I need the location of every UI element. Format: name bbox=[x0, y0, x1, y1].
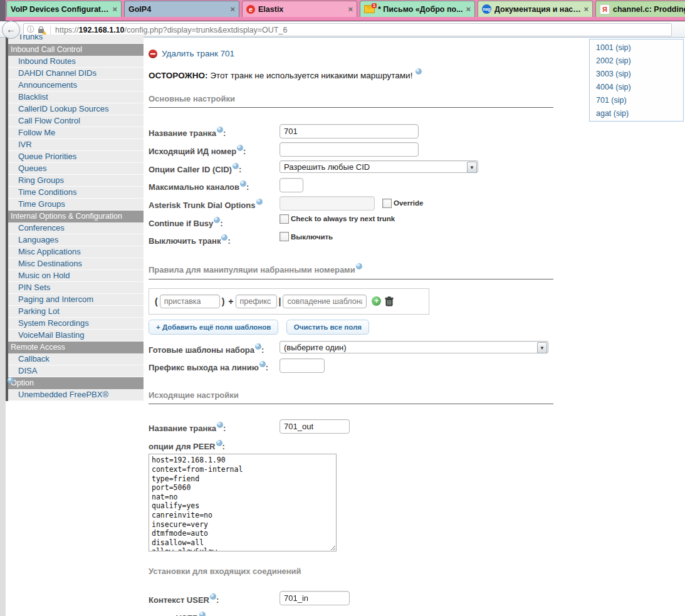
sidebar-item-queue-priorities[interactable]: Queue Priorities bbox=[8, 151, 144, 163]
sidebar-item-announcements[interactable]: Announcements bbox=[8, 80, 144, 91]
extensions-panel: 1001 (sip)2002 (sip)3003 (sip)4004 (sip)… bbox=[589, 39, 684, 122]
sidebar-item-voicemail-blasting[interactable]: VoiceMail Blasting bbox=[8, 330, 144, 342]
tab-close-icon[interactable]: × bbox=[112, 6, 117, 13]
help-icon[interactable] bbox=[214, 217, 220, 223]
sidebar-item-languages[interactable]: Languages bbox=[8, 234, 144, 246]
help-icon[interactable] bbox=[237, 145, 243, 151]
extension-link-1001-sip[interactable]: 1001 (sip) bbox=[590, 41, 683, 54]
browser-tab-channel-c-prodding[interactable]: Яchannel.c: Prodding× bbox=[595, 1, 685, 17]
sidebar-item-parking-lot[interactable]: Parking Lot bbox=[8, 306, 144, 318]
outbound-cid-label: Исходящий ИД номер: bbox=[149, 142, 280, 156]
extension-link-701-sip[interactable]: 701 (sip) bbox=[590, 93, 683, 107]
help-icon[interactable] bbox=[216, 440, 222, 446]
sidebar-item-paging-and-intercom[interactable]: Paging and Intercom bbox=[8, 294, 144, 306]
add-rule-icon[interactable]: + bbox=[372, 296, 381, 306]
sidebar-item-queues[interactable]: Queues bbox=[8, 163, 144, 175]
extension-link-3003-sip[interactable]: 3003 (sip) bbox=[590, 67, 683, 80]
tab-close-icon[interactable]: × bbox=[466, 6, 471, 13]
sidebar-item-unembedded-freepbx®[interactable]: Unembedded FreePBX® bbox=[8, 389, 144, 401]
help-icon[interactable] bbox=[210, 593, 216, 600]
sidebar-item-music-on-hold[interactable]: Music on Hold bbox=[8, 270, 144, 282]
sidebar-header-inbound-call-control: Inbound Call Control bbox=[8, 44, 144, 56]
tab-close-icon[interactable]: × bbox=[583, 6, 588, 13]
max-channels-label: Максимально каналов: bbox=[149, 178, 280, 192]
extension-link-4004-sip[interactable]: 4004 (sip) bbox=[590, 80, 683, 93]
sidebar-item-disa[interactable]: DISA bbox=[8, 365, 144, 377]
disable-trunk-label: Выключить транк: bbox=[149, 232, 280, 246]
sidebar-item-misc-applications[interactable]: Misc Applications bbox=[8, 246, 144, 258]
trash-icon[interactable] bbox=[385, 296, 394, 306]
override-checkbox[interactable] bbox=[382, 199, 392, 208]
sidebar-help-icon[interactable] bbox=[8, 377, 14, 384]
help-icon[interactable] bbox=[217, 422, 223, 428]
dial-templates-select[interactable]: (выберите один) ▼ bbox=[280, 341, 548, 353]
sidebar-header-internal-options-configuration: Internal Options & Configuration bbox=[8, 211, 144, 222]
sidebar-item-ivr[interactable]: IVR bbox=[8, 139, 144, 151]
line-prefix-input[interactable] bbox=[280, 358, 325, 373]
extension-link-2002-sip[interactable]: 2002 (sip) bbox=[590, 54, 683, 67]
sidebar-item-trunks[interactable]: Trunks bbox=[8, 34, 144, 44]
line-prefix-label: Префикс выхода на линию: bbox=[149, 358, 280, 372]
help-icon[interactable] bbox=[255, 343, 261, 350]
continue-if-busy-checkbox[interactable] bbox=[280, 214, 289, 224]
help-icon[interactable] bbox=[356, 263, 362, 269]
add-pattern-fields-button[interactable]: + Добавить ещё поля шаблонов bbox=[149, 320, 278, 335]
outgoing-trunk-name-input[interactable] bbox=[280, 419, 350, 434]
sidebar-item-ring-groups[interactable]: Ring Groups bbox=[8, 175, 144, 187]
sidebar-item-callerid-lookup-sources[interactable]: CallerID Lookup Sources bbox=[8, 103, 144, 115]
sidebar-item-call-flow-control[interactable]: Call Flow Control bbox=[8, 115, 144, 127]
window-edge bbox=[0, 0, 6, 21]
tab-close-icon[interactable]: × bbox=[230, 6, 235, 13]
sidebar-item-conferences[interactable]: Conferences bbox=[8, 222, 144, 234]
tab-label: Документация и наст... bbox=[494, 5, 581, 14]
browser-tab-документация-и-наст[interactable]: nagДокументация и наст...× bbox=[478, 1, 593, 17]
extension-link-agat-sip[interactable]: agat (sip) bbox=[590, 107, 683, 120]
sidebar-item-system-recordings[interactable]: System Recordings bbox=[8, 318, 144, 330]
paren-open: ( bbox=[155, 296, 158, 306]
sidebar-item-dahdi-channel-dids[interactable]: DAHDI Channel DIDs bbox=[8, 68, 144, 80]
sidebar-item-blacklist[interactable]: Blacklist bbox=[8, 91, 144, 103]
page-info-icon[interactable]: ⓘ bbox=[27, 24, 34, 35]
dial-options-input[interactable] bbox=[280, 196, 375, 211]
help-icon[interactable] bbox=[256, 199, 263, 205]
dial-rule-prefix-input[interactable] bbox=[236, 295, 277, 308]
clear-all-fields-button[interactable]: Очистить все поля bbox=[286, 320, 369, 335]
help-icon[interactable] bbox=[199, 612, 206, 616]
browser-tab-goip4[interactable]: GoIP4× bbox=[124, 1, 239, 17]
back-button[interactable]: ← bbox=[2, 21, 20, 39]
cid-options-label: Опции Caller ID (CID): bbox=[149, 160, 280, 174]
sidebar-item-callback[interactable]: Callback bbox=[8, 353, 144, 365]
peer-details-textarea[interactable]: host=192.168.1.90 context=from-internal … bbox=[149, 454, 337, 551]
delete-trunk-link[interactable]: Удалить транк 701 bbox=[162, 49, 234, 58]
override-checkbox-label: Override bbox=[394, 199, 423, 207]
help-icon[interactable] bbox=[221, 234, 227, 241]
max-channels-input[interactable] bbox=[280, 178, 303, 192]
dial-options-label: Asterisk Trunk Dial Options bbox=[149, 196, 280, 210]
sidebar-item-inbound-routes[interactable]: Inbound Routes bbox=[8, 56, 144, 68]
sidebar-item-misc-destinations[interactable]: Misc Destinations bbox=[8, 258, 144, 270]
help-icon[interactable] bbox=[416, 68, 422, 75]
outbound-cid-input[interactable] bbox=[280, 142, 419, 157]
help-icon[interactable] bbox=[217, 127, 223, 133]
tab-close-icon[interactable]: × bbox=[348, 6, 353, 13]
dial-rule-match-input[interactable] bbox=[283, 295, 367, 308]
browser-tab-elastix[interactable]: eElastix× bbox=[242, 1, 357, 17]
help-icon[interactable] bbox=[259, 361, 266, 367]
padlock-warning-icon[interactable] bbox=[38, 29, 44, 33]
sidebar-item-time-groups[interactable]: Time Groups bbox=[8, 199, 144, 211]
browser-tab-письмо-«добро-по[interactable]: 1* Письмо «Добро по...× bbox=[360, 1, 475, 17]
help-icon[interactable] bbox=[240, 180, 246, 187]
tab-label: Elastix bbox=[258, 5, 345, 14]
dial-rule-prepend-input[interactable] bbox=[160, 295, 220, 308]
trunk-name-input[interactable] bbox=[280, 124, 419, 138]
delete-trunk-icon[interactable] bbox=[149, 50, 157, 58]
sidebar-item-follow-me[interactable]: Follow Me bbox=[8, 127, 144, 139]
user-context-input[interactable] bbox=[280, 591, 350, 605]
tab-label: VoIP Devices Configuration bbox=[11, 5, 110, 14]
cid-options-select[interactable]: Разрешить любые CID ▼ bbox=[280, 160, 478, 173]
sidebar-item-time-conditions[interactable]: Time Conditions bbox=[8, 187, 144, 199]
sidebar-item-pin-sets[interactable]: PIN Sets bbox=[8, 282, 144, 294]
disable-trunk-checkbox[interactable] bbox=[280, 232, 289, 241]
browser-tab-voip-devices-configuration[interactable]: VoIP Devices Configuration× bbox=[6, 1, 122, 17]
help-icon[interactable] bbox=[233, 163, 239, 169]
